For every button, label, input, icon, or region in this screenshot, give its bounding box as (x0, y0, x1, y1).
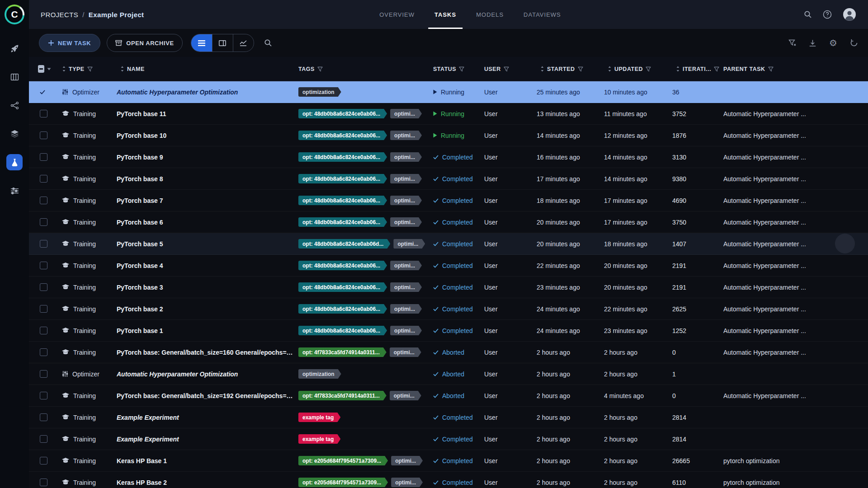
table-row[interactable]: TrainingPyTorch base 10opt: 48db0b8a6c82… (29, 125, 868, 146)
table-row[interactable]: TrainingPyTorch base 5opt: 48db0b8a6c824… (29, 233, 868, 255)
task-parent[interactable]: pytorch optimization (723, 457, 868, 465)
tab-dataviews[interactable]: DATAVIEWS (517, 0, 567, 29)
task-parent[interactable]: Automatic Hyperparameter ... (723, 262, 868, 269)
sidebar-item-workers[interactable] (6, 183, 23, 199)
task-parent[interactable]: Automatic Hyperparameter ... (723, 327, 868, 334)
table-row[interactable]: TrainingPyTorch base 11opt: 48db0b8a6c82… (29, 103, 868, 125)
tag[interactable]: optimi... (390, 196, 422, 205)
tag[interactable]: opt: 48db0b8a6c824ce0ab06... (298, 152, 387, 162)
task-parent[interactable]: Automatic Hyperparameter ... (723, 284, 868, 291)
task-name[interactable]: PyTorch base 6 (117, 219, 298, 226)
clearml-logo[interactable]: C (5, 5, 24, 24)
task-parent[interactable]: Automatic Hyperparameter ... (723, 197, 868, 204)
filter-column-icon[interactable] (504, 66, 509, 72)
download-icon[interactable] (809, 39, 816, 47)
task-name[interactable]: PyTorch base: General/batch_size=160 Gen… (117, 349, 298, 356)
filter-column-icon[interactable] (646, 66, 651, 72)
sidebar-item-experiments[interactable] (6, 154, 23, 170)
sort-icon[interactable] (608, 66, 612, 72)
tag[interactable]: opt: 48db0b8a6c824ce0ab06... (298, 304, 387, 314)
tag[interactable]: optimi... (390, 174, 422, 183)
table-row[interactable]: TrainingPyTorch base 7opt: 48db0b8a6c824… (29, 190, 868, 211)
row-checkbox[interactable] (40, 110, 47, 117)
filter-column-icon[interactable] (459, 66, 464, 72)
tag[interactable]: optimization (298, 369, 341, 379)
tag[interactable]: optimi... (390, 282, 422, 292)
filter-column-icon[interactable] (768, 66, 774, 72)
table-row[interactable]: TrainingKeras HP Base 1opt: e205d684f795… (29, 450, 868, 472)
task-parent[interactable]: Automatic Hyperparameter ... (723, 175, 868, 183)
user-avatar[interactable] (843, 8, 856, 21)
filter-column-icon[interactable] (714, 66, 719, 72)
task-name[interactable]: PyTorch base 8 (117, 175, 298, 183)
column-header-status[interactable]: STATUS (433, 66, 484, 72)
task-parent[interactable]: Automatic Hyperparameter ... (723, 392, 868, 399)
breadcrumb-current[interactable]: Example Project (89, 11, 144, 19)
row-checkbox[interactable] (40, 457, 47, 465)
tag[interactable]: optimi... (390, 347, 421, 357)
tag[interactable]: opt: 48db0b8a6c824ce0ab06... (298, 131, 387, 140)
table-row[interactable]: TrainingPyTorch base: General/batch_size… (29, 385, 868, 407)
tag[interactable]: opt: 48db0b8a6c824ce0ab06... (298, 109, 387, 118)
tag[interactable]: opt: 48db0b8a6c824ce0ab06... (298, 326, 387, 335)
filter-column-icon[interactable] (317, 66, 323, 72)
task-name[interactable]: PyTorch base 5 (117, 240, 298, 248)
task-name[interactable]: Keras HP Base 1 (117, 457, 298, 465)
tag[interactable]: opt: 48db0b8a6c824ce0ab06... (298, 261, 387, 270)
row-selected-check-icon[interactable] (40, 90, 45, 94)
column-header-type[interactable]: TYPE (56, 66, 117, 72)
sort-icon[interactable] (540, 66, 544, 72)
task-parent[interactable]: pytorch optimization (723, 479, 868, 486)
task-name[interactable]: PyTorch base 9 (117, 154, 298, 161)
select-all-checkbox[interactable] (38, 65, 44, 73)
row-checkbox[interactable] (40, 175, 47, 183)
column-header-started[interactable]: STARTED (537, 66, 604, 72)
auto-refresh-icon[interactable] (850, 39, 858, 47)
task-name[interactable]: Example Experiment (117, 414, 298, 421)
tab-overview[interactable]: OVERVIEW (373, 0, 421, 29)
row-checkbox[interactable] (40, 392, 47, 399)
column-header-parent[interactable]: PARENT TASK (723, 66, 868, 72)
row-checkbox[interactable] (40, 153, 47, 161)
task-parent[interactable]: Automatic Hyperparameter ... (723, 132, 868, 139)
sidebar-item-dashboard[interactable] (6, 40, 23, 56)
select-all[interactable] (29, 65, 56, 73)
task-name[interactable]: Automatic Hyperparameter Optimization (117, 89, 298, 96)
tag[interactable]: opt: e205d684f7954571a7309... (298, 456, 388, 465)
task-parent[interactable]: Automatic Hyperparameter ... (723, 110, 868, 117)
tab-tasks[interactable]: TASKS (428, 0, 462, 29)
sidebar-item-datasets[interactable] (6, 126, 23, 142)
task-name[interactable]: PyTorch base: General/batch_size=192 Gen… (117, 392, 298, 399)
task-name[interactable]: Keras HP Base 2 (117, 479, 298, 486)
tag[interactable]: opt: e205d684f7954571a7309... (298, 478, 388, 487)
sidebar-item-pipelines[interactable] (6, 97, 23, 113)
open-archive-button[interactable]: OPEN ARCHIVE (107, 34, 183, 52)
column-header-tags[interactable]: TAGS (298, 66, 433, 72)
row-checkbox[interactable] (40, 218, 47, 226)
tag[interactable]: opt: 48db0b8a6c824ce0ab06... (298, 196, 387, 205)
tag[interactable]: opt: 48db0b8a6c824ce0ab06... (298, 217, 387, 227)
tag[interactable]: opt: 48db0b8a6c824ce0ab06d... (298, 239, 390, 249)
task-name[interactable]: PyTorch base 2 (117, 305, 298, 313)
table-row[interactable]: OptimizerAutomatic Hyperparameter Optimi… (29, 81, 868, 103)
row-checkbox[interactable] (40, 283, 47, 291)
tag[interactable]: optimi... (390, 304, 422, 314)
row-checkbox[interactable] (40, 348, 47, 356)
task-name[interactable]: PyTorch base 4 (117, 262, 298, 269)
task-name[interactable]: PyTorch base 10 (117, 132, 298, 139)
tag[interactable]: optimi... (390, 217, 422, 227)
scroll-indicator[interactable] (835, 234, 855, 253)
breadcrumb-projects[interactable]: PROJECTS (41, 11, 78, 19)
table-row[interactable]: TrainingPyTorch base 8opt: 48db0b8a6c824… (29, 168, 868, 190)
row-checkbox[interactable] (40, 435, 47, 443)
tag[interactable]: optimi... (391, 478, 423, 487)
row-checkbox[interactable] (40, 327, 47, 334)
table-row[interactable]: TrainingExample Experimentexample tagCom… (29, 407, 868, 428)
task-name[interactable]: Automatic Hyperparameter Optimization (117, 371, 298, 378)
task-parent[interactable]: Automatic Hyperparameter ... (723, 305, 868, 313)
tag[interactable]: optimi... (390, 326, 422, 335)
search-icon[interactable] (804, 10, 812, 19)
table-row[interactable]: TrainingPyTorch base 1opt: 48db0b8a6c824… (29, 320, 868, 342)
tag[interactable]: optimi... (390, 152, 422, 162)
column-header-user[interactable]: USER (484, 66, 537, 72)
